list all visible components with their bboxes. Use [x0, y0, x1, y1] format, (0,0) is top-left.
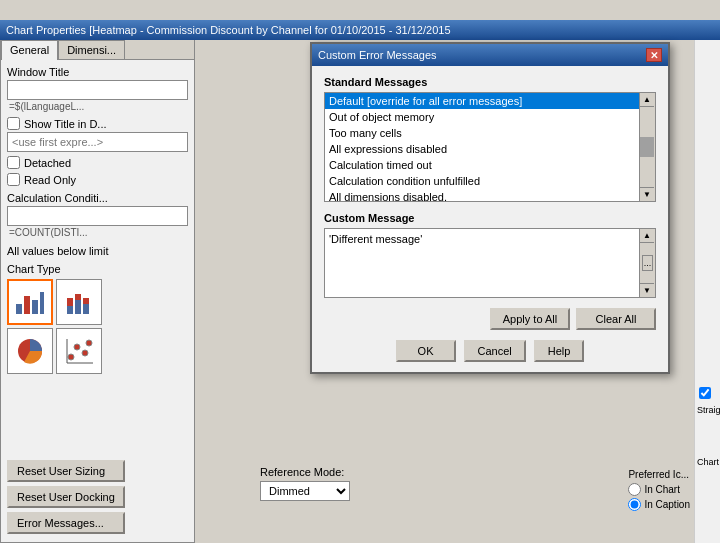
first-expr-input[interactable] [7, 132, 188, 152]
calc-condition-value: =COUNT(DISTI... [7, 226, 188, 239]
action-buttons-row: Apply to All Clear All [324, 308, 656, 330]
in-caption-radio[interactable] [628, 498, 641, 511]
straight-label: Straigh [697, 405, 720, 415]
custom-message-textarea[interactable]: 'Different message' [324, 228, 640, 298]
bottom-buttons: Reset User Sizing Reset User Docking Err… [7, 460, 125, 534]
detached-checkbox[interactable] [7, 156, 20, 169]
reference-mode-label: Reference Mode: [260, 466, 350, 478]
list-item-0[interactable]: Default [override for all error messages… [325, 93, 639, 109]
calc-condition-label: Calculation Conditi... [7, 192, 188, 204]
in-caption-row: In Caption [628, 498, 690, 511]
svg-point-13 [82, 350, 88, 356]
svg-rect-7 [75, 294, 81, 300]
detached-row: Detached [7, 156, 188, 169]
standard-messages-label: Standard Messages [324, 76, 656, 88]
modal-close-button[interactable]: ✕ [646, 48, 662, 62]
window-title-input[interactable] [7, 80, 188, 100]
stacked-chart-svg [63, 286, 95, 318]
chart-label: Chart [697, 457, 720, 467]
svg-rect-2 [32, 300, 38, 314]
list-item-5[interactable]: Calculation condition unfulfilled [325, 173, 639, 189]
straight-checkbox [699, 387, 711, 401]
svg-rect-9 [83, 298, 89, 304]
list-item-1[interactable]: Out of object memory [325, 109, 639, 125]
chart-icons-grid [7, 279, 188, 374]
readonly-label: Read Only [24, 174, 76, 186]
help-button[interactable]: Help [534, 340, 585, 362]
below-limit-label: All values below limit [7, 245, 188, 257]
scroll-thumb[interactable] [640, 137, 654, 157]
clear-all-button[interactable]: Clear All [576, 308, 656, 330]
in-chart-label: In Chart [644, 484, 680, 495]
pie-chart-svg [14, 335, 46, 367]
detached-label: Detached [24, 157, 71, 169]
tab-bar: General Dimensi... [1, 40, 194, 60]
svg-point-11 [68, 354, 74, 360]
preferred-location-label: Preferred Ic... [628, 469, 690, 480]
list-item-2[interactable]: Too many cells [325, 125, 639, 141]
custom-message-scrollbar[interactable]: ▲ ... ▼ [640, 228, 656, 298]
preferred-location-section: Preferred Ic... In Chart In Caption [628, 469, 690, 513]
tab-dimension[interactable]: Dimensi... [58, 40, 125, 59]
reset-sizing-button[interactable]: Reset User Sizing [7, 460, 125, 482]
scroll-down-arrow[interactable]: ▼ [640, 187, 654, 201]
svg-rect-6 [75, 300, 81, 314]
scroll-up-arrow[interactable]: ▲ [640, 93, 654, 107]
listbox-scrollbar[interactable]: ▲ ▼ [640, 92, 656, 202]
cm-scroll-up[interactable]: ▲ [640, 229, 654, 243]
list-item-6[interactable]: All dimensions disabled. [325, 189, 639, 202]
scatter-svg [63, 335, 95, 367]
chart-icon-stacked[interactable] [56, 279, 102, 325]
readonly-checkbox[interactable] [7, 173, 20, 186]
modal-ok-row: OK Cancel Help [324, 340, 656, 362]
custom-message-area: 'Different message' ▲ ... ▼ [324, 228, 656, 298]
svg-rect-3 [40, 292, 44, 314]
window-title-label: Window Title [7, 66, 188, 78]
bg-window-title: Chart Properties [Heatmap - Commission D… [0, 20, 720, 40]
custom-message-label: Custom Message [324, 212, 656, 224]
show-title-row: Show Title in D... [7, 117, 188, 130]
list-item-3[interactable]: All expressions disabled [325, 141, 639, 157]
bg-title-text: Chart Properties [Heatmap - Commission D… [6, 24, 451, 36]
cancel-button[interactable]: Cancel [464, 340, 526, 362]
in-chart-radio[interactable] [628, 483, 641, 496]
list-item-4[interactable]: Calculation timed out [325, 157, 639, 173]
left-panel-content: Window Title =$(lLanguageL... Show Title… [1, 60, 194, 384]
reset-docking-button[interactable]: Reset User Docking [7, 486, 125, 508]
chart-icon-scatter[interactable] [56, 328, 102, 374]
chart-icon-bar[interactable] [7, 279, 53, 325]
in-caption-label: In Caption [644, 499, 690, 510]
show-title-label: Show Title in D... [24, 118, 107, 130]
window-title-value: =$(lLanguageL... [7, 100, 188, 113]
svg-rect-5 [67, 298, 73, 306]
reference-mode-select[interactable]: Dimmed Normal Hidden [260, 481, 350, 501]
right-panel: Straigh Chart [694, 40, 720, 543]
cm-scroll-down[interactable]: ▼ [640, 283, 654, 297]
calc-condition-input[interactable] [7, 206, 188, 226]
readonly-row: Read Only [7, 173, 188, 186]
svg-point-12 [74, 344, 80, 350]
modal-body: Standard Messages Default [override for … [312, 66, 668, 372]
modal-titlebar: Custom Error Messages ✕ [312, 44, 668, 66]
listbox-container: Default [override for all error messages… [324, 92, 656, 202]
in-chart-row: In Chart [628, 483, 690, 496]
svg-rect-8 [83, 304, 89, 314]
modal-dialog: Custom Error Messages ✕ Standard Message… [310, 42, 670, 374]
chart-icon-pie[interactable] [7, 328, 53, 374]
error-messages-button[interactable]: Error Messages... [7, 512, 125, 534]
chart-type-label: Chart Type [7, 263, 188, 275]
svg-rect-0 [16, 304, 22, 314]
modal-title: Custom Error Messages [318, 49, 437, 61]
cm-dots-button[interactable]: ... [642, 255, 653, 271]
left-panel: General Dimensi... Window Title =$(lLang… [0, 40, 195, 543]
reference-mode-section: Reference Mode: Dimmed Normal Hidden [260, 466, 350, 501]
svg-rect-1 [24, 296, 30, 314]
apply-to-all-button[interactable]: Apply to All [490, 308, 570, 330]
ok-button[interactable]: OK [396, 340, 456, 362]
svg-point-14 [86, 340, 92, 346]
svg-rect-4 [67, 306, 73, 314]
listbox[interactable]: Default [override for all error messages… [324, 92, 640, 202]
bar-chart-svg [14, 286, 46, 318]
show-title-checkbox[interactable] [7, 117, 20, 130]
tab-general[interactable]: General [1, 40, 58, 60]
